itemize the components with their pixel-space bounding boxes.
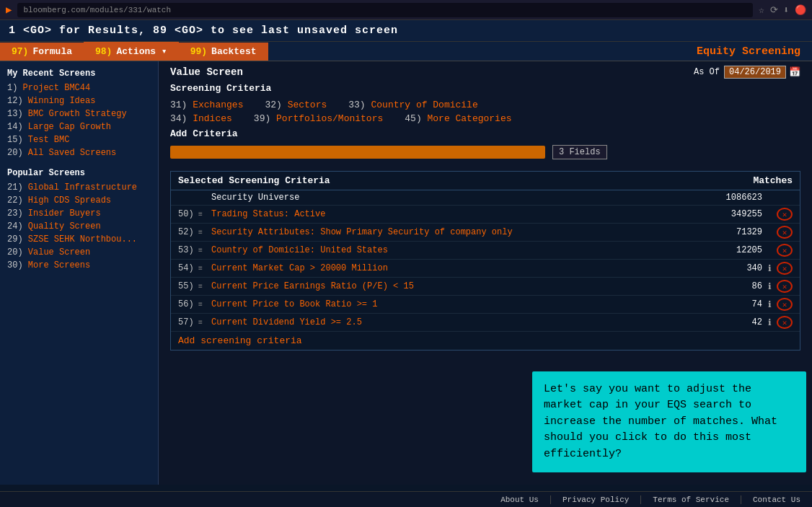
progress-bar <box>170 146 545 159</box>
ssc-row-55: 55) ≡ Current Price Earnings Ratio (P/E)… <box>171 278 800 296</box>
ssc-container: Selected Screening Criteria Matches Secu… <box>170 171 800 351</box>
close-50[interactable]: ✕ <box>777 208 793 221</box>
ssc-label-53[interactable]: Country of Domicile: United States <box>211 245 705 255</box>
link-more-categories[interactable]: 45) More Categories <box>405 113 511 124</box>
ssc-row-57: 57) ≡ Current Dividend Yield >= 2.5 42 ℹ… <box>171 314 800 332</box>
footer-contact[interactable]: Contact Us <box>741 495 812 504</box>
as-of-date[interactable]: 04/26/2019 <box>724 66 786 79</box>
close-56[interactable]: ✕ <box>777 298 793 311</box>
ssc-label-54[interactable]: Current Market Cap > 20000 Million <box>211 263 705 273</box>
tab-formula[interactable]: 97) Formula <box>0 43 84 61</box>
ssc-row-50: 50) ≡ Trading Status: Active 349255 ✕ <box>171 206 800 224</box>
tooltip-box: Let's say you want to adjust the market … <box>532 371 806 473</box>
criteria-links-row1: 31) Exchanges 32) Sectors 33) Country of… <box>159 98 812 112</box>
sidebar-item-global[interactable]: 21) Global Infrastructure <box>0 181 158 194</box>
sidebar-my-recent-title: My Recent Screens <box>0 66 158 81</box>
as-of-label: As Of <box>694 67 720 77</box>
value-screen-title: Value Screen <box>170 66 243 78</box>
ssc-label-50[interactable]: Trading Status: Active <box>211 209 705 219</box>
calendar-icon[interactable]: 📅 <box>789 66 800 78</box>
browser-icons: ☆ ⟳ ⬇ 🔴 <box>759 4 806 16</box>
ssc-label-52[interactable]: Security Attributes: Show Primary Securi… <box>211 227 705 237</box>
sidebar: My Recent Screens 1) Project BMC44 12) W… <box>0 61 159 485</box>
main-banner: 1 <GO> for Results, 89 <GO> to see last … <box>0 20 812 42</box>
sidebar-item-more[interactable]: 30) More Screens <box>0 259 158 272</box>
equity-screening-label: Equity Screening <box>697 45 812 58</box>
footer-about[interactable]: About Us <box>489 495 551 504</box>
ssc-label-56[interactable]: Current Price to Book Ratio >= 1 <box>211 299 705 309</box>
tab-backtest[interactable]: 99) Backtest <box>179 43 268 61</box>
ssc-matches-header: Matches <box>720 175 793 186</box>
ssc-row-53: 53) ≡ Country of Domicile: United States… <box>171 242 800 260</box>
footer-privacy[interactable]: Privacy Policy <box>551 495 641 504</box>
sidebar-item-4[interactable]: 14) Large Cap Growth <box>0 120 158 133</box>
tab-bar: 97) Formula 98) Actions ▾ 99) Backtest E… <box>0 42 812 61</box>
ssc-label-55[interactable]: Current Price Earnings Ratio (P/E) < 15 <box>211 281 705 291</box>
ssc-row-54: 54) ≡ Current Market Cap > 20000 Million… <box>171 260 800 278</box>
browser-bar: ▶ bloomberg.com/modules/331/watch ☆ ⟳ ⬇ … <box>0 0 812 20</box>
close-54[interactable]: ✕ <box>777 262 793 275</box>
sidebar-item-szse[interactable]: 29) SZSE SEHK Northbou... <box>0 233 158 246</box>
sidebar-item-quality[interactable]: 24) Quality Screen <box>0 220 158 233</box>
universe-row: Security Universe 1086623 <box>171 190 800 206</box>
sidebar-item-6[interactable]: 20) All Saved Screens <box>0 146 158 159</box>
sidebar-item-cds[interactable]: 22) High CDS Spreads <box>0 194 158 207</box>
criteria-links-row2: 34) Indices 39) Portfolios/Monitors 45) … <box>159 112 812 125</box>
ssc-table-header: Selected Screening Criteria Matches <box>171 172 800 190</box>
fields-badge: 3 Fields <box>552 145 607 159</box>
add-criteria-label: Add Criteria <box>159 125 812 142</box>
link-portfolios[interactable]: 39) Portfolios/Monitors <box>254 113 383 124</box>
sidebar-item-5[interactable]: 15) Test BMC <box>0 133 158 146</box>
value-screen-header: Value Screen As Of 04/26/2019 📅 <box>159 61 812 81</box>
sidebar-item-value[interactable]: 20) Value Screen <box>0 246 158 259</box>
footer-terms[interactable]: Terms of Service <box>641 495 741 504</box>
link-sectors[interactable]: 32) Sectors <box>265 100 327 110</box>
screening-criteria-label: Screening Criteria <box>159 81 812 98</box>
close-55[interactable]: ✕ <box>777 280 793 293</box>
sidebar-item-1[interactable]: 1) Project BMC44 <box>0 81 158 94</box>
arrow-icon: ▶ <box>6 4 12 16</box>
footer: About Us Privacy Policy Terms of Service… <box>0 491 812 507</box>
tab-actions[interactable]: 98) Actions ▾ <box>84 42 179 61</box>
link-indices[interactable]: 34) Indices <box>170 113 232 124</box>
close-57[interactable]: ✕ <box>777 316 793 329</box>
ssc-row-56: 56) ≡ Current Price to Book Ratio >= 1 7… <box>171 296 800 314</box>
link-country[interactable]: 33) Country of Domicile <box>348 100 477 110</box>
close-53[interactable]: ✕ <box>777 244 793 257</box>
sidebar-item-insider[interactable]: 23) Insider Buyers <box>0 207 158 220</box>
universe-label: Security Universe <box>211 193 705 203</box>
browser-url: bloomberg.com/modules/331/watch <box>17 3 753 17</box>
sidebar-item-2[interactable]: 12) Winning Ideas <box>0 94 158 107</box>
close-52[interactable]: ✕ <box>777 226 793 239</box>
sidebar-item-3[interactable]: 13) BMC Growth Strategy <box>0 107 158 120</box>
sidebar-popular-title: Popular Screens <box>0 165 158 181</box>
add-screening-criteria[interactable]: Add screening criteria <box>171 332 800 350</box>
link-exchanges[interactable]: 31) Exchanges <box>170 100 243 110</box>
ssc-row-52: 52) ≡ Security Attributes: Show Primary … <box>171 224 800 242</box>
universe-matches: 1086623 <box>705 193 762 203</box>
ssc-title: Selected Screening Criteria <box>178 175 720 186</box>
ssc-label-57[interactable]: Current Dividend Yield >= 2.5 <box>211 317 705 327</box>
progress-row: 3 Fields <box>159 142 812 162</box>
